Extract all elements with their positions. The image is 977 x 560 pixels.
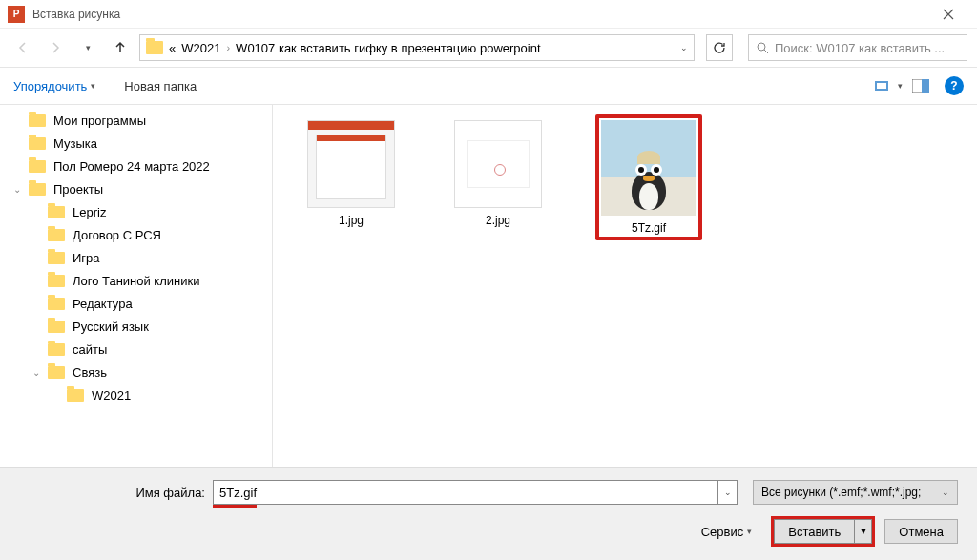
navbar: ▾ « W2021 › W0107 как вставить гифку в п… <box>0 29 977 67</box>
tree-item[interactable]: Договор С РСЯ <box>0 223 272 246</box>
help-button[interactable]: ? <box>945 76 964 95</box>
file-item[interactable]: 1.jpg <box>301 114 401 233</box>
breadcrumb-2[interactable]: W0107 как вставить гифку в презентацию p… <box>236 41 540 55</box>
new-folder-button[interactable]: Новая папка <box>124 79 197 93</box>
titlebar: P Вставка рисунка <box>0 0 977 29</box>
insert-button-highlight: Вставить ▼ <box>771 516 875 547</box>
file-label: 2.jpg <box>486 214 510 227</box>
preview-pane-button[interactable] <box>906 73 935 98</box>
breadcrumb-sep: › <box>226 42 230 53</box>
address-dropdown[interactable]: ⌄ <box>680 43 688 52</box>
tree-item[interactable]: Русский язык <box>0 315 272 338</box>
insert-dropdown[interactable]: ▼ <box>855 519 872 544</box>
tree-item[interactable]: ⌄Связь <box>0 361 272 384</box>
tree-item[interactable]: Музыка <box>0 132 272 155</box>
tree-item[interactable]: Мои программы <box>0 109 272 132</box>
service-menu[interactable]: Сервис▾ <box>701 525 753 539</box>
svg-rect-4 <box>922 79 929 93</box>
thumbnail <box>307 120 395 208</box>
search-icon <box>757 42 769 54</box>
svg-point-0 <box>758 43 765 51</box>
view-mode-button[interactable]: ▾ <box>874 73 903 98</box>
folder-tree[interactable]: Мои программы Музыка Пол Ромеро 24 марта… <box>0 105 273 467</box>
close-button[interactable] <box>926 0 969 29</box>
file-label: 1.jpg <box>339 214 364 227</box>
filetype-dropdown[interactable]: Все рисунки (*.emf;*.wmf;*.jpg;⌄ <box>753 480 958 505</box>
powerpoint-icon: P <box>8 6 25 23</box>
folder-icon <box>146 41 163 54</box>
recent-dropdown[interactable]: ▾ <box>74 34 101 61</box>
filename-label: Имя файла: <box>19 486 205 500</box>
tree-item[interactable]: Пол Ромеро 24 марта 2022 <box>0 155 272 177</box>
window-title: Вставка рисунка <box>32 8 926 21</box>
tree-item[interactable]: сайты <box>0 338 272 361</box>
tree-item[interactable]: Редактура <box>0 292 272 315</box>
filename-input[interactable] <box>213 480 718 505</box>
address-bar[interactable]: « W2021 › W0107 как вставить гифку в пре… <box>139 34 695 61</box>
file-list[interactable]: 1.jpg 2.jpg 5Tz.gif <box>273 105 977 467</box>
thumbnail <box>601 120 696 216</box>
tree-item[interactable]: Lepriz <box>0 200 272 223</box>
svg-rect-2 <box>877 83 886 89</box>
file-label: 5Tz.gif <box>632 221 666 235</box>
tree-item[interactable]: Игра <box>0 246 272 269</box>
file-item[interactable]: 2.jpg <box>448 114 548 233</box>
footer: Имя файла: ⌄ Все рисунки (*.emf;*.wmf;*.… <box>0 467 977 560</box>
thumbnail <box>454 120 542 208</box>
breadcrumb-1[interactable]: W2021 <box>181 41 220 55</box>
toolbar: Упорядочить▾ Новая папка ▾ ? <box>0 67 977 105</box>
main-area: Мои программы Музыка Пол Ромеро 24 марта… <box>0 105 977 467</box>
search-input[interactable]: Поиск: W0107 как вставить ... <box>748 34 967 61</box>
tree-item[interactable]: W2021 <box>0 384 272 406</box>
path-prefix: « <box>169 41 176 55</box>
up-button[interactable] <box>107 34 134 61</box>
refresh-button[interactable] <box>706 34 733 61</box>
cancel-button[interactable]: Отмена <box>884 519 958 544</box>
tree-item[interactable]: ⌄Проекты <box>0 177 272 200</box>
tree-item[interactable]: Лого Таниной клиники <box>0 269 272 292</box>
organize-menu[interactable]: Упорядочить▾ <box>13 79 95 93</box>
back-button[interactable] <box>10 34 36 61</box>
file-item-selected[interactable]: 5Tz.gif <box>595 114 702 240</box>
filename-dropdown[interactable]: ⌄ <box>718 480 738 505</box>
insert-button[interactable]: Вставить <box>774 519 855 544</box>
forward-button[interactable] <box>42 34 69 61</box>
search-placeholder: Поиск: W0107 как вставить ... <box>775 41 945 55</box>
highlight-underline <box>213 505 257 508</box>
